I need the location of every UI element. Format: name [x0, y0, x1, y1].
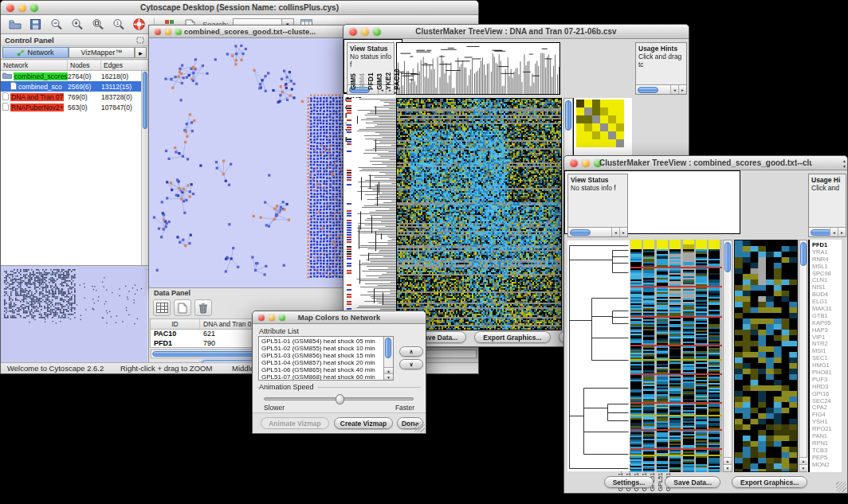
network-row[interactable]: combined_sco2569(6)13112(15): [1, 81, 148, 92]
scrollbar-thumb[interactable]: [385, 338, 391, 358]
slider-thumb[interactable]: [336, 394, 344, 404]
column-header-nodes[interactable]: Nodes: [68, 61, 101, 70]
animation-speed-slider[interactable]: [264, 397, 414, 400]
treeview-button[interactable]: Export Graphics...: [474, 331, 550, 343]
scroll-up-icon[interactable]: ▲: [384, 367, 393, 373]
usage-hints-scrollbar[interactable]: ◂ ▸: [636, 84, 686, 94]
main-titlebar[interactable]: Cytoscape Desktop (Session Name: collins…: [1, 1, 478, 15]
gene-label[interactable]: MSI1: [812, 347, 842, 354]
attr-grid-icon[interactable]: [153, 299, 171, 316]
scroll-up-icon[interactable]: ▴: [799, 457, 807, 464]
gene-label[interactable]: FIG4: [812, 411, 842, 418]
resize-grip[interactable]: [836, 482, 846, 492]
heatmap-vertical-scrollbar[interactable]: ▴ ▾: [723, 240, 732, 472]
treeview-button[interactable]: Save Data...: [665, 476, 720, 488]
close-button[interactable]: [6, 4, 14, 12]
gene-label[interactable]: HRD3: [812, 383, 842, 390]
column-header-id[interactable]: ID: [151, 319, 200, 329]
row-dendrogram-canvas[interactable]: [351, 98, 396, 329]
delete-icon[interactable]: [194, 299, 212, 316]
gene-label[interactable]: RPO21: [812, 425, 842, 432]
treeview-button[interactable]: Export Graphics...: [732, 476, 807, 488]
label-scroll-arrows[interactable]: ▴▾: [843, 158, 846, 170]
zoom-out-icon[interactable]: [48, 17, 65, 32]
detail-vertical-scrollbar[interactable]: ▴ ▾: [799, 240, 807, 472]
tab-overflow-button[interactable]: ▶: [135, 47, 147, 58]
gene-label[interactable]: VIP1: [812, 334, 842, 341]
scrollbar-thumb[interactable]: [800, 242, 807, 266]
treeview1-titlebar[interactable]: ClusterMaker TreeView : DNA and Tran 07-…: [344, 25, 689, 39]
gene-label[interactable]: MAK31: [812, 305, 842, 312]
scroll-left-icon[interactable]: ◂: [670, 85, 678, 94]
gene-label[interactable]: GPI16: [812, 390, 842, 397]
gene-label[interactable]: NIS1: [812, 283, 842, 291]
close-button[interactable]: [155, 29, 161, 35]
attribute-list-item[interactable]: GPL51-01 (GSM854) heat shock 05 min: [261, 338, 382, 345]
network-row[interactable]: RNAPuberNov2+563(0)107847(0): [1, 102, 148, 112]
zoom-button[interactable]: [279, 315, 285, 321]
tab-vizmapper[interactable]: VizMapper™: [69, 47, 135, 58]
dialog-titlebar[interactable]: Map Colors to Network: [253, 311, 426, 324]
animate-vizmap-button[interactable]: Animate Vizmap: [261, 417, 329, 429]
gene-label[interactable]: PFD1: [812, 241, 842, 248]
gene-label[interactable]: KAP95: [812, 319, 842, 326]
gene-label[interactable]: SPC98: [812, 270, 842, 277]
scroll-right-icon[interactable]: ▸: [838, 228, 846, 236]
scroll-left-icon[interactable]: ◂: [830, 228, 838, 236]
gene-label[interactable]: HMG1: [812, 361, 842, 369]
new-doc-icon[interactable]: [174, 299, 191, 316]
attribute-list-item[interactable]: GPL51-04 (GSM857) heat shock 20 min: [261, 359, 382, 366]
network-view-titlebar[interactable]: combined_scores_good.txt--cluste...: [149, 25, 351, 38]
help-icon[interactable]: [131, 17, 147, 32]
gene-label[interactable]: PUF3: [812, 376, 842, 383]
gene-label[interactable]: SEC1: [812, 354, 842, 361]
close-button[interactable]: [349, 28, 357, 36]
float-panel-icon[interactable]: [136, 37, 144, 44]
network-row[interactable]: DNA and Tran 07769(0)183728(0): [1, 92, 148, 102]
gene-label[interactable]: PEP5: [812, 454, 842, 461]
scroll-down-icon[interactable]: ▼: [384, 373, 393, 380]
tab-network[interactable]: Network: [2, 47, 69, 58]
network-list-scrollbar[interactable]: [141, 71, 148, 269]
zoom-button[interactable]: [175, 29, 182, 35]
detail-heatmap-canvas[interactable]: [734, 240, 798, 472]
gene-label[interactable]: YSH1: [812, 418, 842, 425]
save-icon[interactable]: [27, 17, 44, 32]
main-heatmap-canvas[interactable]: [396, 98, 562, 330]
gene-label[interactable]: YRA1: [812, 248, 842, 256]
zoom-actual-icon[interactable]: 1: [110, 17, 127, 32]
scrollbar-thumb[interactable]: [143, 72, 147, 129]
resize-grip[interactable]: [414, 422, 425, 432]
column-dendrogram-canvas[interactable]: [396, 42, 560, 95]
open-icon[interactable]: [6, 17, 23, 32]
move-up-button[interactable]: ∧: [399, 346, 423, 357]
scrollbar-thumb[interactable]: [638, 87, 658, 93]
usage-hints-scrollbar[interactable]: ◂ ▸: [809, 227, 846, 236]
close-button[interactable]: [258, 315, 265, 321]
attribute-list-item[interactable]: GPL51-06 (GSM865) heat shock 40 min: [261, 366, 382, 373]
zoom-fit-icon[interactable]: [89, 17, 106, 32]
minimize-button[interactable]: [582, 159, 590, 167]
attribute-list[interactable]: GPL51-01 (GSM854) heat shock 05 minGPL51…: [258, 336, 394, 381]
network-overview-canvas[interactable]: [1, 266, 147, 362]
gene-label[interactable]: PHO81: [812, 369, 842, 376]
gene-label[interactable]: RNR4: [812, 256, 842, 263]
treeview2-titlebar[interactable]: ClusterMaker TreeView : combined_scores_…: [564, 156, 847, 170]
zoom-in-icon[interactable]: [69, 17, 85, 32]
scrollbar-thumb[interactable]: [811, 229, 831, 236]
move-down-button[interactable]: ∨: [399, 359, 423, 369]
main-heatmap-canvas[interactable]: [630, 240, 722, 472]
minimize-button[interactable]: [18, 4, 26, 12]
gene-label[interactable]: GTB1: [812, 312, 842, 319]
gene-label[interactable]: RPN1: [812, 440, 842, 447]
scroll-up-icon[interactable]: ▴: [724, 457, 732, 464]
gene-label[interactable]: MON2: [812, 461, 842, 468]
scroll-right-icon[interactable]: ▸: [678, 85, 686, 94]
scroll-down-icon[interactable]: ▾: [724, 464, 732, 471]
gene-label[interactable]: NTR2: [812, 340, 842, 347]
scrollbar-thumb[interactable]: [570, 229, 591, 236]
gene-label[interactable]: MSL1: [812, 263, 842, 270]
attribute-list-scrollbar[interactable]: ▲ ▼: [383, 337, 393, 380]
attribute-list-item[interactable]: GPL51-03 (GSM856) heat shock 15 min: [261, 352, 382, 359]
gene-label[interactable]: BUD4: [812, 291, 842, 298]
